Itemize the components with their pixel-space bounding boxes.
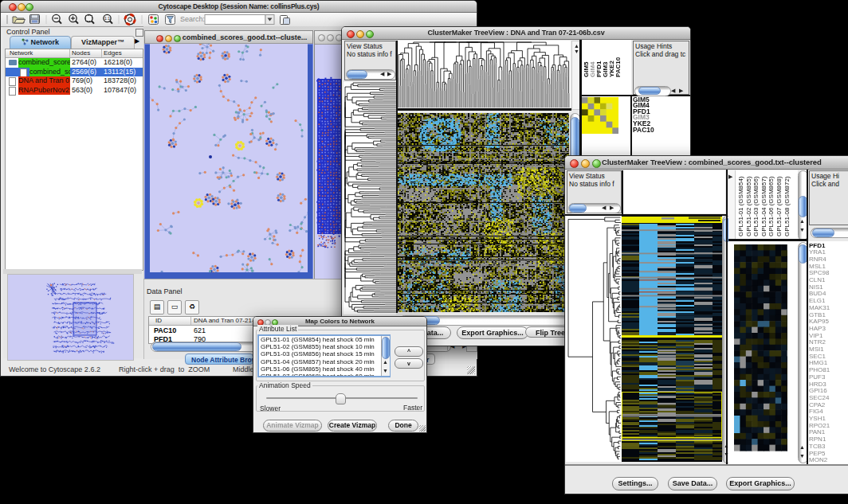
svg-text:1:1: 1:1 [104,16,110,21]
svg-text:Search:: Search: [180,15,205,23]
